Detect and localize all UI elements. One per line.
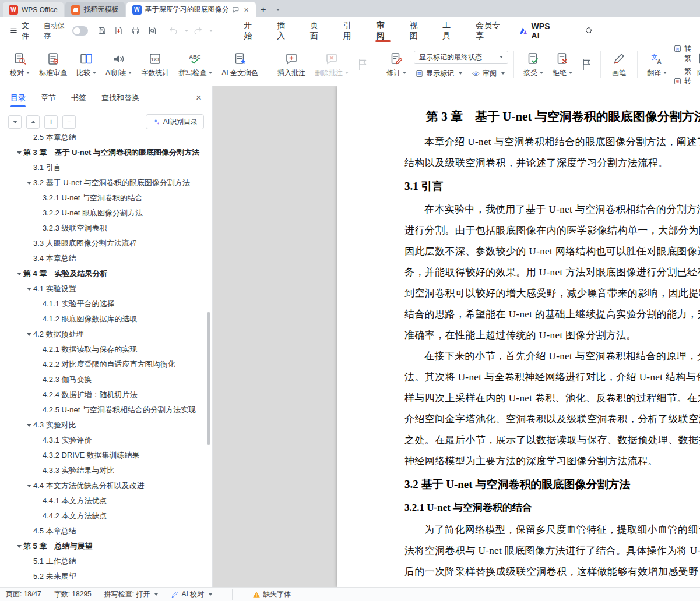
toc-item[interactable]: 3.2.1 U-net 与空洞卷积的结合: [0, 190, 212, 206]
polish-button[interactable]: AI 全文润色: [217, 47, 262, 82]
sidebar-tab-目录[interactable]: 目录: [10, 86, 26, 109]
sidebar-close-icon[interactable]: ×: [196, 92, 202, 104]
menu-tab-审阅[interactable]: 审阅: [367, 17, 400, 44]
zoom-out-button[interactable]: −: [62, 115, 76, 129]
show-markup-button[interactable]: 显示标记: [414, 68, 463, 79]
toc-item[interactable]: 4.2.5 U-net 与空洞卷积相结合的分割方法实现: [0, 402, 212, 418]
toc-item[interactable]: 4.3 实验对比: [0, 418, 212, 433]
traditional-to-simplified-button[interactable]: 繁 繁转简: [673, 66, 691, 87]
expand-all-button[interactable]: [26, 115, 40, 129]
toc-item[interactable]: 4.4.2 本文方法缺点: [0, 508, 212, 524]
menu-tab-插入[interactable]: 插入: [267, 17, 300, 44]
toc-item[interactable]: 4.5 本章总结: [0, 524, 212, 539]
revise-button[interactable]: 修订: [382, 47, 410, 82]
markup-state-combo[interactable]: 显示标记的最终状态: [414, 51, 508, 64]
tab-list-dropdown-icon[interactable]: [271, 2, 283, 17]
docer-template-tab[interactable]: 找稻壳模板: [65, 2, 125, 17]
page-indicator[interactable]: 页面: 18/47: [6, 589, 41, 599]
export-button[interactable]: [111, 23, 126, 38]
proofread-button[interactable]: 校对: [6, 47, 34, 82]
expand-arrow-icon[interactable]: [15, 273, 23, 275]
print-button[interactable]: [128, 23, 143, 38]
sidebar-tab-章节[interactable]: 章节: [41, 86, 56, 109]
toc-item[interactable]: 5.2 未来展望: [0, 569, 212, 584]
spellcheck-status[interactable]: 拼写检查: 打开: [104, 589, 159, 599]
toc-item[interactable]: 第 3 章 基于 U-net 与空洞卷积的眼底图像分割方法: [0, 145, 212, 160]
toc-item[interactable]: 4.2.2 对比度受限的自适应直方图均衡化: [0, 357, 212, 372]
simplified-to-traditional-button[interactable]: 简 简转繁: [673, 44, 691, 63]
sidebar-scrollbar[interactable]: [207, 312, 210, 445]
menu-tab-工具[interactable]: 工具: [432, 17, 466, 44]
toc-item[interactable]: 4.2.3 伽马变换: [0, 372, 212, 387]
document-tab[interactable]: W 基于深度学习的眼底图像分割 ×: [126, 2, 256, 17]
toc-item[interactable]: 第 5 章 总结与展望: [0, 539, 212, 554]
toc-item[interactable]: 4.4 本文方法优缺点分析以及改进: [0, 478, 212, 493]
expand-arrow-icon[interactable]: [15, 545, 23, 548]
toc-item[interactable]: 5.1 工作总结: [0, 554, 212, 569]
toc-item[interactable]: 2.5 本章总结: [0, 134, 212, 145]
toc-item[interactable]: 4.3.3 实验结果与对比: [0, 463, 212, 478]
menu-tab-视图[interactable]: 视图: [399, 17, 432, 44]
sidebar-tab-查找和替换[interactable]: 查找和替换: [101, 86, 139, 109]
toc-item[interactable]: 3.2.3 级联空洞卷积: [0, 221, 212, 236]
flag-button[interactable]: [578, 47, 595, 82]
toc-item[interactable]: 4.2 数据预处理: [0, 327, 212, 342]
toc-item[interactable]: 第 4 章 实验及结果分析: [0, 266, 212, 281]
toc-item[interactable]: 3.4 本章总结: [0, 251, 212, 266]
doc-text-line: 在本实验中，我使用了基于 U-net 与空洞卷积相结合的分割方法对眼: [404, 199, 700, 220]
toc-item[interactable]: 3.2.2 U-net 眼底图像分割方法: [0, 206, 212, 221]
toc-item[interactable]: 4.1 实验设置: [0, 281, 212, 296]
wps-office-tab[interactable]: W WPS Office: [3, 2, 64, 17]
restrict-edit-button[interactable]: 限制: [691, 47, 700, 82]
expand-arrow-icon[interactable]: [25, 485, 33, 487]
comment-add-button[interactable]: 插入批注: [273, 47, 309, 82]
word-count-button[interactable]: 123字数统计: [137, 47, 173, 82]
missing-font-warning[interactable]: 缺失字体: [252, 589, 291, 599]
pen-button[interactable]: 画笔: [606, 47, 632, 82]
toc-item[interactable]: 4.1.2 眼底图像数据库的选取: [0, 312, 212, 327]
doc-h2: 3.1 引言: [404, 176, 700, 197]
expand-arrow-icon[interactable]: [25, 182, 33, 185]
expand-arrow-icon[interactable]: [25, 333, 33, 336]
new-tab-button[interactable]: +: [256, 2, 271, 17]
menu-tab-页面[interactable]: 页面: [300, 17, 333, 44]
toc-item[interactable]: 3.1 引言: [0, 160, 212, 175]
search-button[interactable]: [582, 23, 596, 38]
expand-arrow-icon[interactable]: [25, 424, 33, 427]
compare-button[interactable]: 比较: [72, 47, 100, 82]
toc-item[interactable]: 4.2.1 数据读取与保存的实现: [0, 342, 212, 357]
toc-item[interactable]: 4.1.1 实验平台的选择: [0, 296, 212, 312]
ai-read-button[interactable]: AI朗读: [101, 47, 136, 82]
accept-button[interactable]: 接受: [519, 47, 547, 82]
menu-tab-会员专享[interactable]: 会员专享: [466, 17, 512, 44]
std-review-button[interactable]: 标准审查: [35, 47, 71, 82]
close-tab-icon[interactable]: ×: [243, 5, 250, 15]
ai-identify-toc-button[interactable]: AI识别目录: [146, 114, 204, 129]
toc-item[interactable]: 4.3.1 实验评价: [0, 433, 212, 448]
reject-button[interactable]: 拒绝: [548, 47, 576, 82]
file-menu-button[interactable]: 文件: [6, 18, 38, 44]
collapse-all-button[interactable]: [8, 115, 22, 129]
word-count-indicator[interactable]: 字数: 18295: [54, 589, 92, 599]
translate-button[interactable]: 文A翻译: [643, 47, 671, 82]
preview-button[interactable]: [145, 23, 160, 38]
toc-item[interactable]: 4.3.2 DRIVE 数据集训练结果: [0, 448, 212, 463]
menu-tab-引用[interactable]: 引用: [333, 17, 367, 44]
expand-arrow-icon[interactable]: [15, 151, 23, 154]
toc-item[interactable]: 3.3 人眼眼底图像分割方法流程: [0, 236, 212, 251]
autosave-toggle[interactable]: [72, 26, 88, 36]
sidebar-tab-书签[interactable]: 书签: [71, 86, 86, 109]
toc-item[interactable]: 4.2.4 数据扩增：随机切片法: [0, 387, 212, 402]
expand-arrow-icon[interactable]: [25, 288, 33, 291]
review-mode-button[interactable]: 审阅: [470, 68, 506, 79]
sidebar-tabs: 目录章节书签查找和替换: [10, 86, 139, 109]
save-button[interactable]: [94, 23, 109, 38]
document-page[interactable]: 第 3 章 基于 U-net 与空洞卷积的眼底图像分割方法本章介绍 U-net …: [337, 86, 700, 587]
menu-tab-开始[interactable]: 开始: [234, 17, 267, 44]
toc-item[interactable]: 4.4.1 本文方法优点: [0, 493, 212, 508]
ai-proofread-status[interactable]: AI 校对: [171, 589, 212, 599]
toc-item[interactable]: 3.2 基于 U-net 与空洞卷积的眼底图像分割方法: [0, 175, 212, 190]
spell-check-button[interactable]: ABC拼写检查: [174, 47, 216, 82]
zoom-in-button[interactable]: +: [44, 115, 58, 129]
wps-ai-button[interactable]: WPS AI: [518, 22, 557, 40]
